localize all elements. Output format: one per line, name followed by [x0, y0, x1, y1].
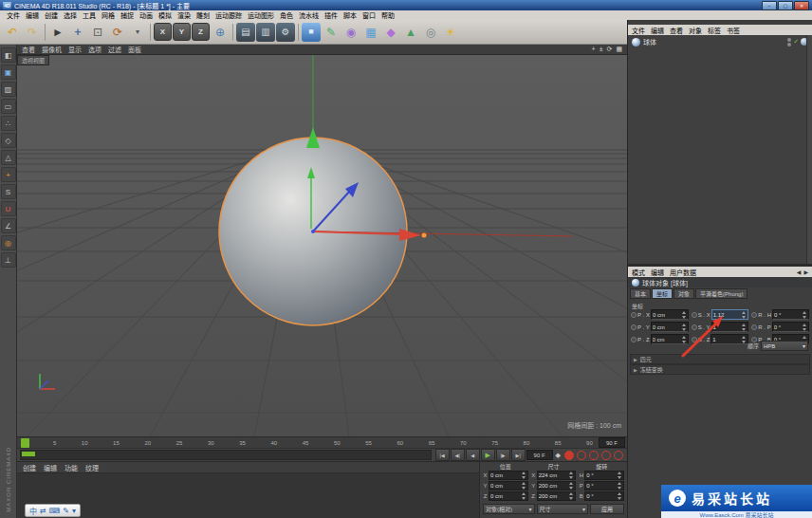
record-scale-toggle[interactable] [601, 451, 611, 460]
timeline-ruler[interactable]: 051015202530354045505560657075808590 90 … [17, 436, 627, 448]
viewport-menu-item[interactable]: 选项 [88, 45, 102, 54]
menu-item[interactable]: 运动跟踪 [212, 10, 245, 20]
spinner-icon[interactable] [522, 492, 526, 500]
render-picture-viewer-icon[interactable]: ▥ [256, 23, 275, 42]
ime-switch-icon[interactable]: ⇄ [40, 507, 46, 515]
render-view-icon[interactable]: ▤ [236, 23, 255, 42]
menu-item[interactable]: 帮助 [378, 10, 397, 20]
menu-item[interactable]: 窗口 [360, 10, 378, 20]
autokey-toggle[interactable] [577, 451, 586, 460]
object-manager-menu-item[interactable]: 编辑 [651, 26, 664, 35]
move-tool-icon[interactable]: + [68, 23, 87, 42]
spinner-icon[interactable] [682, 311, 687, 319]
points-mode-icon[interactable]: ∴ [1, 116, 16, 131]
rotation-header[interactable]: 旋转 [579, 463, 624, 471]
spinner-icon[interactable] [682, 324, 687, 331]
make-editable-icon[interactable]: ◧ [1, 47, 16, 63]
tab-phong[interactable]: 平滑着色(Phong) [695, 288, 747, 299]
keyframe-dot[interactable] [631, 324, 637, 330]
rotate-tool-icon[interactable]: ⟳ [108, 23, 127, 42]
viewport-solo-icon[interactable]: S [1, 184, 16, 199]
spinner-icon[interactable] [618, 492, 622, 500]
toggle-view-layout-icon[interactable]: ▦ [616, 46, 622, 53]
ime-more-icon[interactable]: ▾ [72, 507, 76, 515]
object-manager-menu-item[interactable]: 文件 [632, 26, 645, 35]
menu-item[interactable]: 网格 [99, 10, 118, 20]
section-freeze-transform[interactable]: ▶ 冻结变换 [630, 364, 810, 375]
keyframe-dot[interactable] [751, 324, 757, 330]
rotation-h-field[interactable]: 0 ° [584, 471, 624, 480]
menu-item[interactable]: 选择 [61, 10, 80, 20]
close-button[interactable]: ✕ [794, 1, 809, 10]
texture-mode-icon[interactable]: ▨ [1, 82, 16, 97]
position-x-field[interactable]: 0 cm [651, 309, 689, 320]
record-keyframe-icon[interactable]: ◆ [556, 452, 561, 459]
spinner-icon[interactable] [618, 482, 622, 490]
quantize-icon[interactable]: ∠ [1, 218, 16, 233]
gizmo-center-dot[interactable] [311, 230, 315, 233]
spinner-icon[interactable] [522, 482, 526, 490]
tab-basic[interactable]: 基本 [630, 288, 651, 299]
tab-object[interactable]: 对象 [674, 288, 694, 299]
end-frame-field[interactable]: 90 F [526, 450, 553, 460]
edges-mode-icon[interactable]: ◇ [1, 133, 16, 148]
size-z-field[interactable]: 200 cm [537, 491, 577, 501]
menu-item[interactable]: 脚本 [341, 10, 360, 20]
menu-item[interactable]: 渲染 [175, 10, 194, 20]
rotation-h-field[interactable]: 0 ° [772, 309, 809, 320]
handwriting-icon[interactable]: ✎ [63, 507, 69, 515]
goto-start-button[interactable]: |◀ [435, 449, 450, 461]
menu-item[interactable]: 模拟 [156, 10, 175, 20]
spinner-icon[interactable] [742, 311, 747, 319]
record-button[interactable] [564, 451, 574, 460]
material-menu-item[interactable]: 功能 [65, 463, 78, 472]
undo-icon[interactable]: ↶ [3, 23, 22, 42]
menu-item[interactable]: 创建 [42, 10, 61, 20]
workplane-mode-icon[interactable]: ▭ [1, 99, 16, 114]
attribute-menu-item[interactable]: 编辑 [651, 268, 664, 277]
viewport-canvas[interactable] [17, 55, 627, 436]
keyframe-dot[interactable] [692, 324, 697, 330]
visibility-editor-dot[interactable] [787, 38, 791, 42]
play-button[interactable]: ▶ [481, 449, 495, 461]
spinner-icon[interactable] [742, 324, 747, 331]
lock-y-axis-button[interactable]: Y [173, 23, 191, 41]
spinner-icon[interactable] [618, 472, 622, 479]
spinner-icon[interactable] [569, 492, 574, 500]
model-mode-icon[interactable]: ▣ [1, 65, 16, 80]
deformer-icon[interactable]: ◆ [381, 23, 400, 42]
viewport-name-tab[interactable]: 透视视图 [17, 55, 49, 65]
attribute-menu-item[interactable]: 模式 [632, 268, 645, 277]
modeling-axis-icon[interactable]: ◎ [1, 235, 16, 250]
lock-z-axis-button[interactable]: Z [192, 23, 210, 41]
spinner-icon[interactable] [569, 472, 574, 479]
light-icon[interactable]: ☀ [441, 23, 460, 42]
size-mode-dropdown[interactable]: 尺寸▾ [537, 504, 589, 514]
spinner-icon[interactable] [522, 472, 526, 479]
keyframe-dot[interactable] [692, 312, 697, 318]
previous-key-button[interactable]: ◀| [451, 449, 465, 461]
record-position-toggle[interactable] [589, 451, 599, 460]
section-quaternion[interactable]: ▶ 四元 [630, 354, 810, 364]
record-rotation-toggle[interactable] [614, 451, 623, 460]
environment-icon[interactable]: ▲ [401, 23, 420, 42]
object-row-sphere[interactable]: 球体 ✓ [628, 35, 812, 48]
rotation-b-field[interactable]: 0 ° [584, 491, 624, 501]
attribute-menu-item[interactable]: 用户数据 [670, 268, 696, 277]
material-menu-item[interactable]: 创建 [23, 463, 36, 472]
viewport-menu-item[interactable]: 查看 [22, 45, 35, 54]
coordinate-mode-dropdown[interactable]: 对象(相对)▾ [483, 504, 535, 514]
next-key-button[interactable]: |▶ [496, 449, 510, 461]
keyframe-dot[interactable] [751, 312, 757, 318]
snap-icon[interactable]: U [1, 201, 16, 216]
scale-y-field[interactable]: 1 [711, 322, 749, 332]
rotation-p-field[interactable]: 0 ° [772, 322, 809, 332]
goto-end-button[interactable]: ▶| [511, 449, 526, 461]
menu-item[interactable]: 捕捉 [118, 10, 137, 20]
menu-item[interactable]: 动画 [137, 10, 156, 20]
history-forward-icon[interactable]: ▶ [803, 268, 808, 275]
live-selection-icon[interactable]: ► [48, 23, 67, 42]
menu-item[interactable]: 文件 [4, 10, 23, 20]
menu-item[interactable]: 工具 [80, 10, 99, 20]
position-x-field[interactable]: 0 cm [489, 471, 528, 480]
